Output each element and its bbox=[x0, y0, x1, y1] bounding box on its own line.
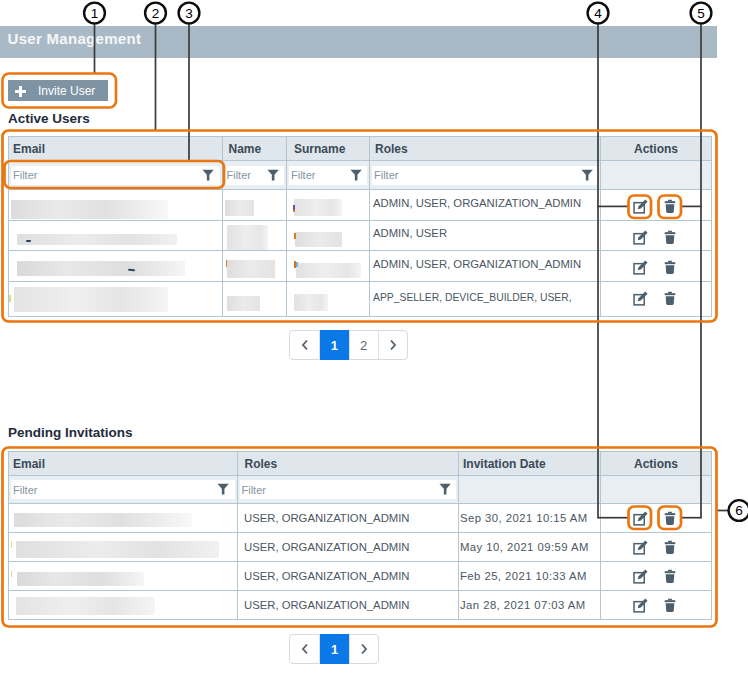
svg-text:4: 4 bbox=[594, 6, 602, 21]
svg-text:5: 5 bbox=[697, 6, 705, 21]
svg-text:1: 1 bbox=[91, 6, 99, 21]
svg-text:3: 3 bbox=[185, 6, 193, 21]
svg-text:2: 2 bbox=[152, 6, 160, 21]
svg-text:6: 6 bbox=[735, 503, 743, 518]
